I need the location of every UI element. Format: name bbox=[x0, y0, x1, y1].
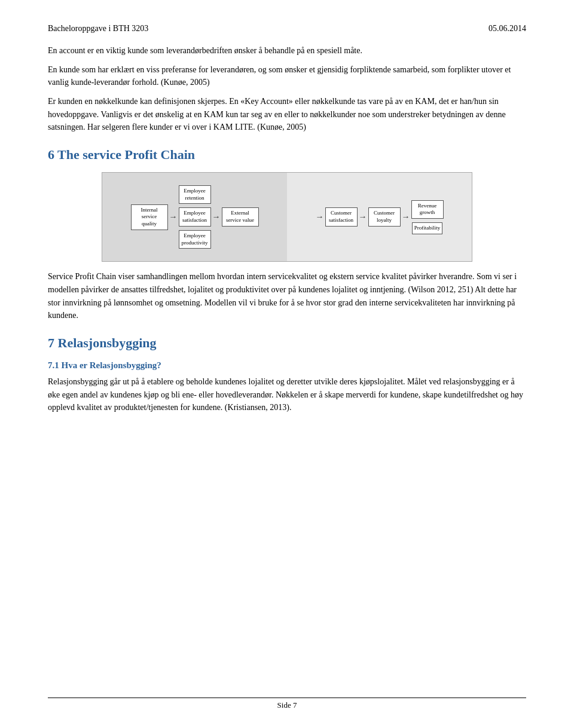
box-customer-loyalty: Customer loyalty bbox=[368, 207, 401, 226]
diagram-left-section: Internal service quality → Employee rete… bbox=[102, 173, 287, 261]
diagram-right-section: → Customer satisfaction → Customer loyal… bbox=[287, 173, 472, 261]
paragraph-2: En kunde som har erklært en viss prefera… bbox=[48, 63, 526, 89]
header-left: Bacheloroppgave i BTH 3203 bbox=[48, 24, 148, 33]
section-7-text: Relasjonsbygging går ut på å etablere og… bbox=[48, 375, 526, 414]
section-6-text: Service Profit Chain viser samhandlingen… bbox=[48, 270, 526, 322]
diagram-inner: Internal service quality → Employee rete… bbox=[102, 172, 472, 262]
box-employee-productivity: Employee productivity bbox=[179, 230, 211, 249]
diagram-right-column: Revenue growth Profitability bbox=[411, 200, 444, 234]
diagram-left-row: Internal service quality → Employee rete… bbox=[105, 178, 285, 256]
section-7-1-heading: 7.1 Hva er Relasjonsbygging? bbox=[48, 360, 526, 371]
box-profitability: Profitability bbox=[412, 222, 443, 234]
arrow-3: → bbox=[316, 212, 324, 222]
page: Bacheloroppgave i BTH 3203 05.06.2014 En… bbox=[0, 0, 574, 728]
box-external-service-value: External service value bbox=[222, 207, 259, 226]
page-header: Bacheloroppgave i BTH 3203 05.06.2014 bbox=[48, 24, 526, 33]
service-profit-chain-diagram: Internal service quality → Employee rete… bbox=[48, 172, 526, 262]
arrow-5: → bbox=[402, 212, 410, 222]
diagram-right-row: → Customer satisfaction → Customer loyal… bbox=[289, 178, 469, 256]
diagram-middle-column: Employee retention Employee satisfaction… bbox=[179, 185, 211, 249]
arrow-2: → bbox=[212, 212, 221, 222]
box-employee-retention: Employee retention bbox=[179, 185, 211, 204]
page-footer: Side 7 bbox=[48, 698, 526, 710]
section-7-heading: 7 Relasjonsbygging bbox=[48, 335, 526, 351]
box-employee-satisfaction: Employee satisfaction bbox=[179, 207, 211, 226]
arrow-1: → bbox=[169, 212, 178, 222]
box-internal-service-quality: Internal service quality bbox=[131, 204, 168, 230]
footer-page-number: Side 7 bbox=[277, 701, 297, 710]
section-6-heading: 6 The service Profit Chain bbox=[48, 147, 526, 163]
arrow-4: → bbox=[359, 212, 367, 222]
box-revenue-growth: Revenue growth bbox=[411, 200, 444, 219]
paragraph-1: En account er en viktig kunde som levera… bbox=[48, 44, 526, 57]
paragraph-3: Er kunden en nøkkelkunde kan definisjone… bbox=[48, 95, 526, 134]
header-right: 05.06.2014 bbox=[488, 24, 526, 33]
box-customer-satisfaction: Customer satisfaction bbox=[325, 207, 358, 226]
